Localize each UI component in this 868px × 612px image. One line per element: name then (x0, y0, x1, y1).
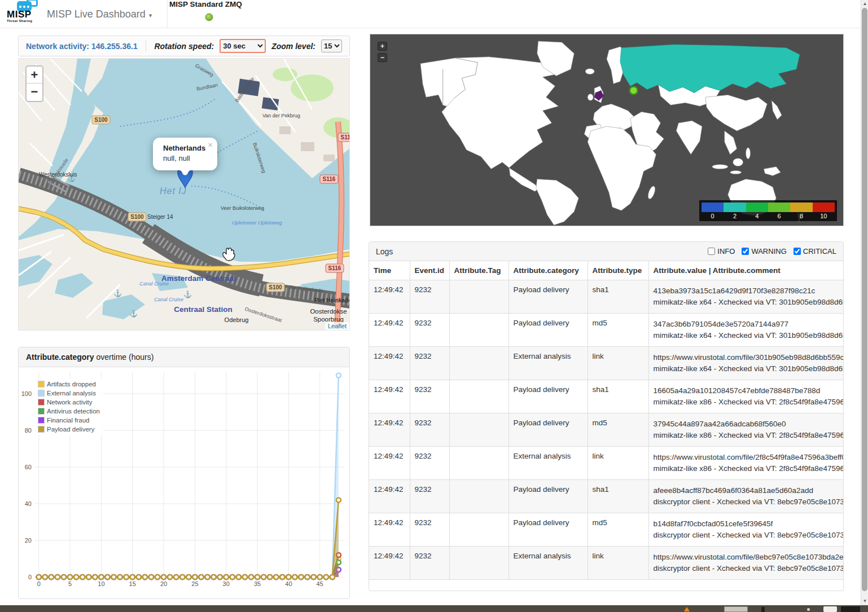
zoom-level-select[interactable]: 15 (321, 39, 342, 52)
page-scrollbar[interactable]: ▲ ▼ (861, 0, 868, 605)
log-tag (449, 447, 508, 480)
colorscale-tick: 6 (768, 212, 790, 220)
taskbar-item-2[interactable] (761, 607, 765, 612)
legend-color-box (38, 417, 45, 424)
series-point (230, 575, 235, 579)
filter-critical[interactable]: CRITICAL (794, 247, 836, 256)
scrollbar-down-arrow[interactable]: ▼ (861, 597, 868, 605)
log-category: Payload delivery (508, 480, 588, 513)
colorscale-tick: 10 (813, 212, 835, 220)
legend-label: Payload delivery (47, 426, 94, 433)
log-category: External analysis (508, 447, 588, 480)
log-type: link (588, 347, 648, 380)
series-point (86, 575, 91, 579)
log-type: sha1 (588, 380, 648, 413)
series-point (118, 575, 122, 579)
series-point (149, 575, 154, 579)
colorscale-gradient (702, 202, 835, 212)
rotation-speed-select[interactable]: 30 sec (220, 39, 266, 53)
world-zoom-in-button[interactable]: + (378, 42, 387, 51)
colorscale-segment (813, 202, 835, 212)
series-point (68, 575, 72, 579)
region-se-asia (725, 131, 737, 155)
filter-info[interactable]: INFO (708, 247, 735, 256)
series-point (299, 575, 304, 579)
log-time: 12:49:42 (369, 513, 410, 547)
log-comment: diskcryptor client - Xchecked via VT: 8e… (654, 563, 839, 574)
series-point (330, 575, 335, 579)
series-point (80, 575, 85, 579)
series-point (180, 575, 185, 579)
series-point (292, 575, 297, 579)
log-value-comment: 16605a4a29a101208457c47ebfde788487be788d… (648, 380, 843, 413)
dashboard-menu-dropdown[interactable]: MISP Live Dashboard▾ (47, 0, 152, 28)
colorscale-segment (746, 202, 768, 212)
log-comment: mimikatz-like x86 - Xchecked via VT: 2f8… (654, 397, 839, 408)
y-tick-label: 40 (25, 500, 32, 507)
leaflet-link[interactable]: Leaflet (328, 323, 347, 329)
x-tick-label: 40 (285, 580, 292, 587)
taskbar-item[interactable] (724, 606, 748, 612)
desktop-taskbar[interactable] (0, 605, 868, 612)
map-zoom-in-button[interactable]: + (27, 67, 42, 83)
logs-table: Time Event.id Attribute.Tag Attribute.ca… (369, 261, 843, 580)
misp-logo[interactable]: MISP Threat Sharing (7, 0, 46, 28)
colorscale-segment (768, 202, 790, 212)
legend-item: Artifacts dropped (38, 380, 100, 389)
map-attribution: Leaflet (325, 322, 349, 330)
scrollbar-thumb[interactable] (862, 8, 867, 591)
log-type: md5 (588, 413, 648, 447)
taskbar-item-4[interactable] (823, 606, 837, 612)
filter-warning[interactable]: WARNING (742, 247, 786, 256)
taskbar-item-5[interactable] (841, 606, 860, 612)
legend-color-box (38, 381, 45, 388)
country-japan (771, 100, 782, 120)
series-point (286, 575, 291, 579)
zmq-status-dot (205, 14, 213, 21)
series-point (236, 575, 241, 579)
colorscale-tick: 2 (724, 212, 746, 220)
colorscale-ticks: 0246810 (702, 212, 835, 220)
legend-label: Network activity (47, 399, 93, 406)
filter-checkbox-critical[interactable] (794, 248, 801, 255)
close-icon[interactable]: × (208, 140, 213, 149)
log-category: Payload delivery (508, 513, 588, 547)
network-activity-link[interactable]: Network activity: 146.255.36.1 (26, 42, 138, 51)
scrollbar-up-arrow[interactable]: ▲ (861, 0, 868, 8)
log-comment: mimikatz-like x64 - Xchecked via VT: 301… (654, 330, 839, 341)
log-value: https://www.virustotal.com/file/301b905e… (654, 352, 839, 363)
series-point (130, 575, 135, 579)
series-point (174, 575, 178, 579)
log-event-id: 9232 (410, 280, 449, 314)
series-line (39, 500, 339, 578)
filter-checkbox-warning[interactable] (742, 248, 749, 255)
filter-checkbox-info[interactable] (708, 248, 715, 255)
world-threat-map[interactable]: + − 0246810 (370, 34, 844, 226)
badge-s116: S116 (323, 176, 336, 182)
map-zoom-out-button[interactable]: − (27, 83, 42, 100)
log-row: 12:49:429232Payload deliverymd5b14d8faf7… (369, 513, 843, 547)
label-steiger: Steiger 14 (147, 214, 173, 220)
log-value: https://www.virustotal.com/file/8ebc97e0… (654, 552, 839, 563)
world-zoom-out-button[interactable]: − (378, 53, 387, 62)
x-tick-label: 25 (191, 580, 198, 587)
zmq-status-block: MISP Standard ZMQ (169, 0, 251, 21)
log-tag (449, 547, 508, 580)
log-event-id: 9232 (410, 547, 449, 580)
y-tick-label: 20 (25, 537, 32, 544)
log-value-comment: https://www.virustotal.com/file/2f8c54f9… (648, 447, 843, 480)
series-point (224, 575, 229, 579)
leaflet-street-map[interactable]: ⚓⚓⚓⚓ Het IJ Westerdoksluis Westerdokskad… (18, 58, 350, 331)
svg-text:⚓: ⚓ (183, 290, 192, 298)
logs-panel-header: Logs INFOWARNINGCRITICAL (369, 242, 843, 261)
log-row: 12:49:429232Payload deliverymd537945c44a… (369, 413, 843, 447)
log-category: Payload delivery (508, 314, 588, 347)
label-odebrug: Odebrug (225, 316, 249, 323)
log-event-id: 9232 (410, 513, 449, 547)
series-point (155, 575, 160, 579)
series-point (62, 575, 66, 579)
series-area (39, 500, 339, 578)
legend-item: External analysis (38, 389, 100, 398)
log-time: 12:49:42 (369, 480, 410, 513)
x-tick-label: 5 (68, 580, 72, 587)
